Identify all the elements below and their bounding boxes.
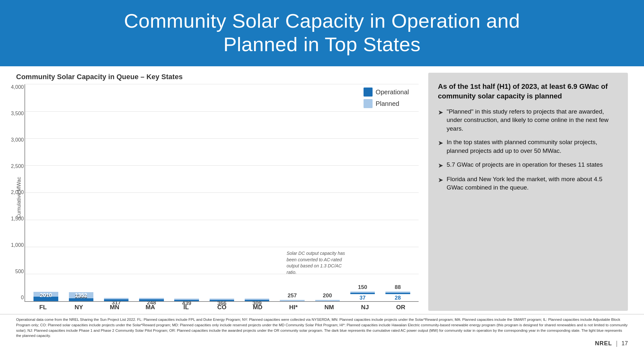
footer-bottom: NREL | 17 — [0, 339, 644, 347]
operational-label: 2010 — [33, 292, 58, 299]
main-content: Community Solar Capacity in Queue – Key … — [0, 66, 644, 314]
chart-area: Community Solar Capacity in Queue – Key … — [16, 73, 419, 311]
bar-group: 309119 — [240, 84, 275, 301]
x-label: NJ — [347, 302, 383, 311]
bullet-item: ➤Florida and New York led the market, wi… — [438, 175, 618, 192]
y-tick: 0 — [8, 295, 24, 301]
bullet-text: 5.7 GWac of projects are in operation fo… — [447, 161, 603, 170]
bullet-arrow: ➤ — [438, 161, 443, 170]
bar-operational: 2010 — [33, 297, 58, 302]
bar-group: 317924 — [99, 84, 134, 301]
bullet-arrow: ➤ — [438, 175, 443, 192]
bar-operational: 924 — [104, 299, 128, 302]
bar-group: 20082010 — [28, 84, 63, 301]
operational-outside-label: 37 — [360, 295, 366, 301]
y-ticks: 05001,0001,5002,0002,5003,0003,5004,000 — [8, 84, 24, 301]
x-label: HI* — [276, 302, 311, 311]
bullet-item: ➤In the top states with planned communit… — [438, 138, 618, 155]
bar-group: 25061352 — [63, 84, 99, 301]
x-label: NM — [311, 302, 347, 311]
y-tick: 2,500 — [8, 163, 24, 169]
right-panel: As of the 1st half (H1) of 2023, at leas… — [428, 73, 628, 311]
title-line1: Community Solar Capacity in Operation an… — [124, 10, 520, 32]
bar-group: 8828 — [380, 84, 415, 301]
nrel-label: NREL — [595, 340, 612, 347]
bar-planned — [280, 300, 304, 301]
operational-label: 880 — [139, 292, 164, 299]
bullet-text: In the top states with planned community… — [447, 138, 618, 155]
operational-label: 119 — [245, 292, 269, 299]
bar-operational: 1352 — [69, 298, 93, 302]
bar-group: 15037 — [345, 84, 380, 301]
planned-outside-label: 88 — [395, 284, 401, 291]
planned-outside-label: 200 — [323, 292, 332, 299]
chart-container: Cumulative MWac 05001,0001,5002,0002,500… — [16, 84, 419, 311]
bar-group: 257 — [275, 84, 310, 301]
bars-container: 2008201025061352317924248880439213366162… — [28, 84, 415, 301]
chart-plot: 05001,0001,5002,0002,5003,0003,5004,000 … — [24, 84, 419, 302]
planned-outside-label: 257 — [288, 292, 297, 299]
operational-label: 162 — [210, 292, 234, 299]
right-panel-heading: As of the 1st half (H1) of 2023, at leas… — [438, 82, 618, 101]
operational-outside-label: 28 — [395, 295, 401, 301]
bar-group: 439213 — [169, 84, 204, 301]
chart-title: Community Solar Capacity in Queue – Key … — [16, 73, 419, 81]
page-number: 17 — [621, 340, 628, 347]
bullet-item: ➤5.7 GWac of projects are in operation f… — [438, 161, 618, 170]
y-tick: 3,500 — [8, 111, 24, 116]
bullet-arrow: ➤ — [438, 138, 443, 155]
footer-note: Operational data come from the NREL Shar… — [0, 314, 644, 339]
bar-operational: 162 — [210, 300, 234, 301]
y-tick: 2,000 — [8, 190, 24, 195]
bar-planned — [315, 300, 340, 301]
title-line2: Planned in Top States — [223, 33, 421, 55]
y-tick: 3,000 — [8, 137, 24, 143]
bullet-arrow: ➤ — [438, 107, 443, 133]
bullet-text: "Planned" in this study refers to projec… — [447, 107, 618, 133]
chart-inner: 05001,0001,5002,0002,5003,0003,5004,000 … — [24, 84, 419, 311]
footer-text: Operational data come from the NREL Shar… — [16, 318, 628, 338]
bullet-item: ➤"Planned" in this study refers to proje… — [438, 107, 618, 133]
y-tick: 4,000 — [8, 84, 24, 90]
header: Community Solar Capacity in Operation an… — [0, 0, 644, 66]
x-label: OR — [383, 302, 419, 311]
operational-label: 213 — [174, 292, 199, 299]
bar-group: 366162 — [204, 84, 239, 301]
bar-operational: 119 — [245, 300, 269, 301]
y-tick: 1,000 — [8, 242, 24, 248]
bullet-text: Florida and New York led the market, wit… — [447, 175, 618, 192]
bar-operational: 213 — [174, 300, 199, 301]
bar-group: 248880 — [134, 84, 169, 301]
bar-operational — [385, 293, 410, 294]
x-label: NY — [61, 302, 97, 311]
bar-operational: 880 — [139, 299, 164, 301]
operational-label: 924 — [104, 292, 128, 299]
bar-operational — [350, 293, 375, 294]
operational-label: 1352 — [69, 292, 93, 299]
planned-outside-label: 150 — [358, 284, 367, 291]
bullet-list: ➤"Planned" in this study refers to proje… — [438, 107, 618, 192]
bar-group: 200 — [310, 84, 345, 301]
y-tick: 500 — [8, 269, 24, 274]
y-tick: 1,500 — [8, 216, 24, 222]
x-label: FL — [25, 302, 61, 311]
